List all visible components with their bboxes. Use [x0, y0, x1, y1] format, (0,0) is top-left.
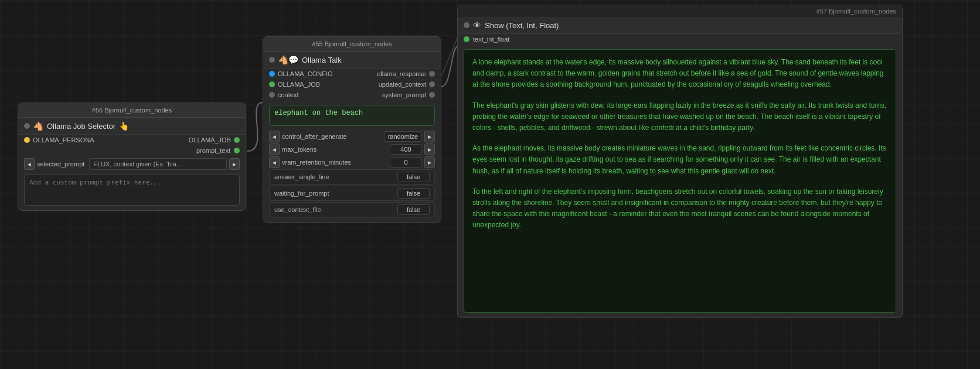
node-55: #55 Bjornulf_custom_nodes 🐴💬 Ollama Talk…	[263, 36, 441, 223]
node-57: #57 Bjornulf_custom_nodes 👁 Show (Text, …	[457, 5, 903, 318]
node-55-ollama-response-dot	[429, 71, 435, 77]
node-56-ollama-persona-dot	[24, 137, 30, 143]
node-55-updated-context-dot	[429, 81, 435, 87]
node-57-header: 👁 Show (Text, Int, Float)	[458, 17, 902, 34]
node-57-top-label-text: #57 Bjornulf_custom_nodes	[816, 8, 896, 15]
node-55-max-tokens-value: 400	[390, 144, 422, 155]
node-56-status-dot	[24, 123, 30, 129]
node-55-text-input[interactable]: elephant on the beach	[269, 105, 435, 126]
node-57-top-label: #57 Bjornulf_custom_nodes	[458, 5, 902, 17]
node-56-custom-prompt[interactable]	[24, 175, 240, 206]
node-56-prompt-text-dot	[234, 148, 240, 153]
node-57-paragraph-3: As the elephant moves, its massive body …	[472, 143, 887, 177]
node-55-ollama-response-label: ollama_response	[377, 70, 426, 77]
node-55-title-bar: 🐴💬 Ollama Talk	[263, 52, 441, 69]
node-56-ollama-job-dot	[234, 137, 240, 143]
node-55-context-dot	[269, 92, 275, 98]
node-56-prompt-textarea[interactable]	[29, 179, 234, 200]
node-56-prev-btn[interactable]: ◄	[24, 158, 35, 170]
node-56-emoji-horse: 🐴	[33, 121, 43, 131]
node-55-status-dot	[269, 57, 275, 63]
node-55-toggle-2[interactable]: waiting_for_prompt false	[269, 186, 435, 201]
node-55-answer-single-label: answer_single_line	[274, 173, 329, 180]
node-55-vram-next[interactable]: ►	[424, 156, 435, 168]
node-55-updated-context-label: updated_context	[379, 81, 426, 88]
node-56-header-label: #56 Bjornulf_custom_nodes	[92, 107, 172, 114]
node-55-ollama-job-label: OLLAMA_JOB	[278, 81, 320, 88]
node-57-paragraph-4: To the left and right of the elephant's …	[472, 186, 887, 231]
node-55-max-tokens-prev[interactable]: ◄	[269, 144, 280, 155]
node-55-port-row-3: context system_prompt	[263, 90, 441, 100]
node-55-control-after-prev[interactable]: ◄	[269, 131, 280, 142]
node-55-control-after-value: randomize	[384, 131, 422, 142]
node-55-context-label: context	[278, 91, 298, 98]
node-55-waiting-label: waiting_for_prompt	[274, 190, 329, 197]
node-55-control-row-3: ◄ vram_retention_minutes 0 ►	[269, 156, 435, 168]
node-56-selected-prompt-row: ◄ selected_prompt FLUX, context given (E…	[24, 158, 240, 170]
node-56: #56 Bjornulf_custom_nodes 🐴 Ollama Job S…	[18, 102, 246, 211]
node-56-emoji-pointer: 👆	[119, 121, 129, 131]
node-55-control-row-2: ◄ max_tokens 400 ►	[269, 144, 435, 155]
node-55-title: Ollama Talk	[302, 56, 342, 64]
node-55-use-context-value: false	[397, 204, 430, 215]
node-56-title: Ollama Job Selector	[47, 122, 115, 131]
node-55-toggle-1[interactable]: answer_single_line false	[269, 169, 435, 184]
node-57-paragraph-2: The elephant's gray skin glistens with d…	[472, 100, 887, 134]
node-56-header: #56 Bjornulf_custom_nodes	[18, 103, 246, 118]
node-56-ollama-job-label: OLLAMA_JOB	[189, 136, 231, 144]
node-57-status-dot	[464, 22, 469, 28]
node-57-title: Show (Text, Int, Float)	[485, 21, 559, 30]
node-55-port-row-1: OLLAMA_CONFIG ollama_response	[263, 69, 441, 79]
node-55-waiting-value: false	[397, 188, 430, 199]
node-55-header: #55 Bjornulf_custom_nodes	[263, 37, 441, 52]
node-57-eye-icon: 👁	[473, 20, 481, 30]
node-56-ollama-persona-label: OLLAMA_PERSONA	[33, 136, 94, 144]
node-55-max-tokens-next[interactable]: ►	[424, 144, 435, 155]
node-55-vram-label: vram_retention_minutes	[282, 159, 387, 166]
node-55-control-row-1: ◄ control_after_generate randomize ►	[269, 131, 435, 142]
node-55-answer-single-value: false	[397, 172, 430, 182]
node-57-text-int-float-dot	[464, 36, 469, 42]
node-57-text-output: A lone elephant stands at the water's ed…	[464, 49, 896, 313]
node-56-prompt-text-label: prompt_text	[196, 147, 230, 154]
node-56-selected-prompt-label: selected_prompt	[37, 160, 84, 168]
node-55-header-label: #55 Bjornulf_custom_nodes	[312, 40, 392, 47]
node-56-port-row-1: OLLAMA_PERSONA OLLAMA_JOB	[18, 135, 246, 145]
node-55-vram-prev[interactable]: ◄	[269, 156, 280, 168]
node-55-ollama-config-label: OLLAMA_CONFIG	[278, 70, 333, 77]
node-55-vram-value: 0	[390, 157, 422, 168]
node-55-max-tokens-label: max_tokens	[282, 146, 387, 153]
node-55-system-prompt-dot	[429, 92, 435, 98]
node-55-ollama-config-dot	[269, 71, 275, 77]
node-55-ollama-job-dot	[269, 81, 275, 87]
node-55-system-prompt-label: system_prompt	[382, 91, 426, 98]
node-56-selected-prompt-value[interactable]: FLUX, context given (Ex: 'bla...	[89, 158, 227, 170]
node-55-use-context-label: use_context_file	[274, 206, 321, 213]
node-55-toggle-3[interactable]: use_context_file false	[269, 202, 435, 217]
node-55-control-after-next[interactable]: ►	[424, 131, 435, 142]
node-57-paragraph-1: A lone elephant stands at the water's ed…	[472, 57, 887, 91]
node-55-emoji: 🐴💬	[278, 55, 298, 64]
node-55-control-after-label: control_after_generate	[282, 133, 382, 140]
node-55-port-row-2: OLLAMA_JOB updated_context	[263, 79, 441, 90]
node-56-port-row-2: prompt_text	[18, 145, 246, 156]
node-56-next-btn[interactable]: ►	[229, 158, 240, 170]
node-55-text-input-value: elephant on the beach	[274, 109, 363, 117]
node-56-title-bar: 🐴 Ollama Job Selector 👆	[18, 118, 246, 135]
node-57-port-row: text_int_float	[458, 34, 902, 45]
node-57-port-label: text_int_float	[473, 36, 509, 43]
